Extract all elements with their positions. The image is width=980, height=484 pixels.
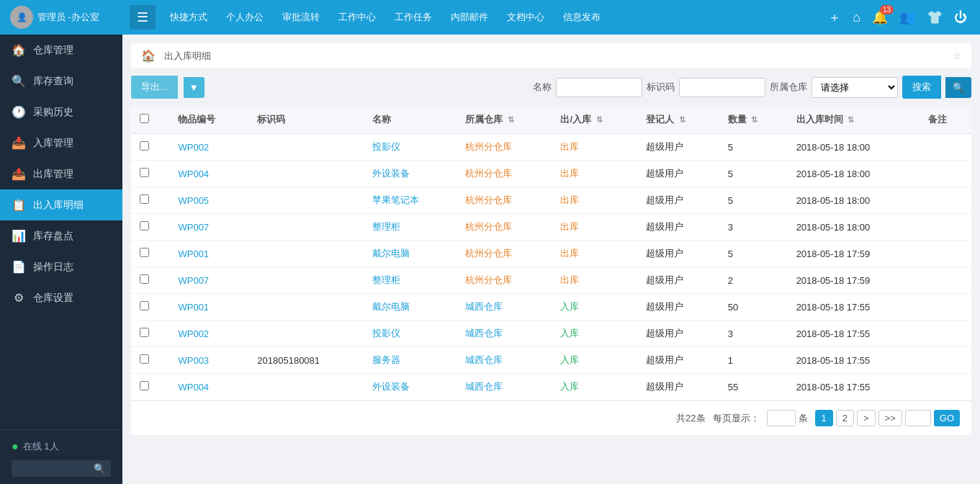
sidebar-label-4: 出库管理 [33, 168, 73, 181]
table-row: WP002 投影仪 杭州分仓库 出库 超级用户 5 2018-05-18 18:… [131, 134, 971, 161]
row-note-2 [920, 187, 971, 214]
sidebar-item-1[interactable]: 🔍 库存查询 [0, 66, 122, 97]
row-code-5[interactable]: WP007 [169, 267, 248, 294]
row-name-5[interactable]: 整理柜 [364, 267, 457, 294]
home-icon[interactable]: ⌂ [853, 10, 860, 25]
nav-item-快捷方式[interactable]: 快捷方式 [161, 6, 216, 28]
sidebar-item-4[interactable]: 📤 出库管理 [0, 158, 122, 189]
filter-code-label: 标识码 [647, 81, 675, 94]
per-page-input[interactable]: 11 [767, 410, 796, 426]
column-header-6: 数量 ⇅ [719, 106, 788, 134]
hamburger-menu-icon[interactable]: ☰ [130, 5, 156, 30]
online-status: ● 在线 1人 [12, 437, 111, 456]
sort-icon-6[interactable]: ⇅ [751, 115, 758, 124]
row-checkbox-9[interactable] [131, 374, 169, 400]
row-checkbox-3[interactable] [131, 214, 169, 241]
nav-item-内部邮件[interactable]: 内部邮件 [442, 6, 497, 28]
row-checkbox-1[interactable] [131, 161, 169, 187]
row-checkbox-7[interactable] [131, 321, 169, 347]
sidebar-item-3[interactable]: 📥 入库管理 [0, 127, 122, 158]
row-name-9[interactable]: 外设装备 [364, 374, 457, 400]
row-name-0[interactable]: 投影仪 [364, 134, 457, 161]
row-checkbox-8[interactable] [131, 347, 169, 374]
sidebar-item-7[interactable]: 📄 操作日志 [0, 251, 122, 282]
filter-warehouse-select[interactable]: 请选择 [812, 77, 898, 98]
column-header-0: 物品编号 [169, 106, 248, 134]
export-dropdown-arrow[interactable]: ▼ [184, 77, 204, 98]
table-row: WP007 整理柜 杭州分仓库 出库 超级用户 3 2018-05-18 18:… [131, 214, 971, 241]
notification-icon[interactable]: 🔔 13 [872, 9, 888, 25]
nav-item-文档中心[interactable]: 文档中心 [498, 6, 553, 28]
contacts-icon[interactable]: 👥 [899, 9, 915, 25]
row-name-3[interactable]: 整理柜 [364, 214, 457, 241]
row-name-6[interactable]: 戴尔电脑 [364, 294, 457, 321]
sidebar-label-6: 库存盘点 [33, 230, 73, 243]
row-checkbox-0[interactable] [131, 134, 169, 161]
column-header-2: 名称 [364, 106, 457, 134]
row-code-6[interactable]: WP001 [169, 294, 248, 321]
search-button[interactable]: 搜索 [902, 76, 941, 99]
page-1-button[interactable]: 1 [815, 410, 833, 426]
power-icon[interactable]: ⏻ [954, 10, 967, 25]
sidebar-label-5: 出入库明细 [33, 199, 84, 212]
export-button[interactable]: 导出... [131, 76, 178, 99]
row-code-1[interactable]: WP004 [169, 161, 248, 187]
sidebar-icon-2: 🕐 [12, 105, 26, 119]
filter-name-input[interactable] [556, 78, 642, 97]
nav-item-工作中心[interactable]: 工作中心 [330, 6, 385, 28]
row-code-4[interactable]: WP001 [169, 241, 248, 267]
row-name-2[interactable]: 苹果笔记本 [364, 187, 457, 214]
row-checkbox-6[interactable] [131, 294, 169, 321]
sidebar-search-icon[interactable]: 🔍 [94, 463, 105, 474]
sort-icon-3[interactable]: ⇅ [508, 115, 514, 124]
row-checkbox-4[interactable] [131, 241, 169, 267]
favorite-star-icon[interactable]: ☆ [953, 50, 961, 61]
row-code-9[interactable]: WP004 [169, 374, 248, 400]
row-code-2[interactable]: WP005 [169, 187, 248, 214]
page-next-button[interactable]: > [857, 410, 876, 426]
row-name-1[interactable]: 外设装备 [364, 161, 457, 187]
sidebar-item-2[interactable]: 🕐 采购历史 [0, 97, 122, 127]
nav-item-工作任务[interactable]: 工作任务 [386, 6, 441, 28]
row-code-8[interactable]: WP003 [169, 347, 248, 374]
row-name-7[interactable]: 投影仪 [364, 321, 457, 347]
breadcrumb-home-icon[interactable]: 🏠 [141, 49, 156, 63]
row-checkbox-5[interactable] [131, 267, 169, 294]
row-tagcode-3 [248, 214, 364, 241]
row-note-0 [920, 134, 971, 161]
page-jump-input[interactable]: 1 [905, 410, 931, 426]
sort-icon-4[interactable]: ⇅ [596, 115, 603, 124]
select-all-checkbox[interactable] [140, 114, 149, 123]
search-icon-button[interactable]: 🔍 [945, 77, 971, 98]
page-2-button[interactable]: 2 [836, 410, 854, 426]
row-tagcode-9 [248, 374, 364, 400]
row-time-7: 2018-05-18 17:55 [788, 321, 920, 347]
row-code-7[interactable]: WP002 [169, 321, 248, 347]
page-last-button[interactable]: >> [878, 410, 902, 426]
sidebar-item-6[interactable]: 📊 库存盘点 [0, 220, 122, 251]
sidebar-item-5[interactable]: 📋 出入库明细 [0, 189, 122, 220]
sidebar-icon-0: 🏠 [12, 43, 26, 57]
filter-code-input[interactable] [679, 78, 765, 97]
row-time-2: 2018-05-18 18:00 [788, 187, 920, 214]
row-checkbox-2[interactable] [131, 187, 169, 214]
nav-item-信息发布[interactable]: 信息发布 [554, 6, 609, 28]
row-operator-7: 超级用户 [637, 321, 719, 347]
nav-item-个人办公[interactable]: 个人办公 [217, 6, 272, 28]
page-go-button[interactable]: GO [934, 410, 960, 426]
row-code-3[interactable]: WP007 [169, 214, 248, 241]
nav-item-审批流转[interactable]: 审批流转 [274, 6, 328, 28]
sidebar-item-0[interactable]: 🏠 仓库管理 [0, 35, 122, 66]
add-icon[interactable]: ＋ [828, 9, 841, 26]
top-navigation: 👤 管理员 -办公室 ☰ 快捷方式个人办公审批流转工作中心工作任务内部邮件文档中… [0, 0, 980, 35]
row-name-4[interactable]: 戴尔电脑 [364, 241, 457, 267]
sidebar-search-box[interactable]: 🔍 [12, 460, 111, 477]
sort-icon-7[interactable]: ⇅ [848, 115, 854, 124]
row-code-0[interactable]: WP002 [169, 134, 248, 161]
shirt-icon[interactable]: 👕 [927, 9, 943, 25]
row-name-8[interactable]: 服务器 [364, 347, 457, 374]
sort-icon-5[interactable]: ⇅ [679, 115, 685, 124]
sidebar-item-8[interactable]: ⚙ 仓库设置 [0, 282, 122, 313]
sidebar-search-input[interactable] [17, 463, 94, 474]
pagination-bar: 共22条 每页显示： 11 条 1 2 > >> 1 GO [131, 400, 971, 435]
